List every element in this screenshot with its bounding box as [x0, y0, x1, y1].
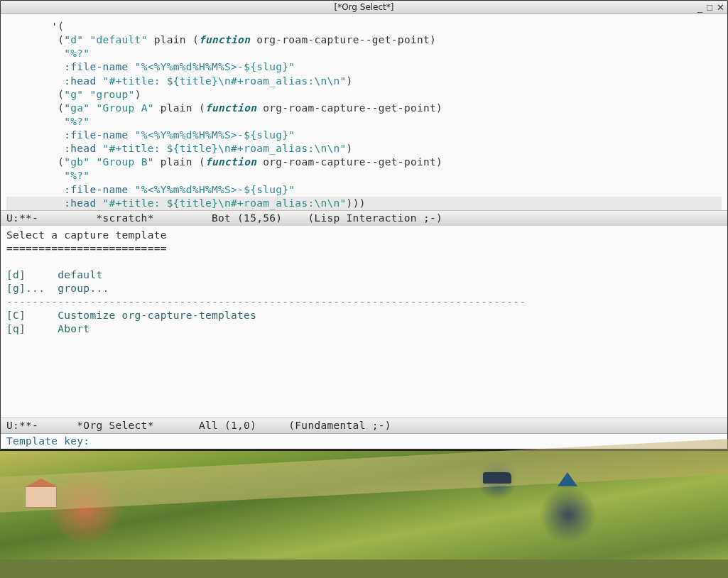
- template-option-customize[interactable]: [C] Customize org-capture-templates: [6, 310, 256, 321]
- org-select-modeline[interactable]: U:**- *Org Select* All (1,0) (Fundamenta…: [1, 418, 727, 433]
- landscape-tent: [558, 472, 577, 486]
- highlighted-line: :head "#+title: ${title}\n#+roam_alias:\…: [6, 197, 722, 210]
- template-option-group[interactable]: [g]... group...: [6, 283, 109, 294]
- template-option-abort[interactable]: [q] Abort: [6, 323, 89, 334]
- window-titlebar[interactable]: [*Org Select*] _ □ ✕: [1, 1, 727, 14]
- org-select-buffer[interactable]: Select a capture template ==============…: [1, 226, 727, 418]
- landscape-path: [0, 439, 728, 513]
- close-button[interactable]: ✕: [717, 3, 724, 12]
- window-controls: _ □ ✕: [697, 3, 724, 12]
- minibuffer-prompt: Template key:: [6, 435, 89, 447]
- landscape-house: [25, 486, 57, 508]
- landscape-car: [483, 472, 511, 484]
- select-heading: Select a capture template: [6, 229, 167, 241]
- template-option-default[interactable]: [d] default: [6, 269, 102, 280]
- maximize-button[interactable]: □: [707, 3, 712, 12]
- desktop-background: [0, 449, 728, 560]
- scratch-modeline[interactable]: U:**- *scratch* Bot (15,56) (Lisp Intera…: [1, 210, 727, 226]
- scratch-buffer[interactable]: '( ("d" "default" plain (function org-ro…: [1, 14, 727, 210]
- minimize-button[interactable]: _: [697, 3, 702, 12]
- window-title: [*Org Select*]: [335, 2, 394, 12]
- emacs-window: [*Org Select*] _ □ ✕ '( ("d" "default" p…: [0, 0, 728, 449]
